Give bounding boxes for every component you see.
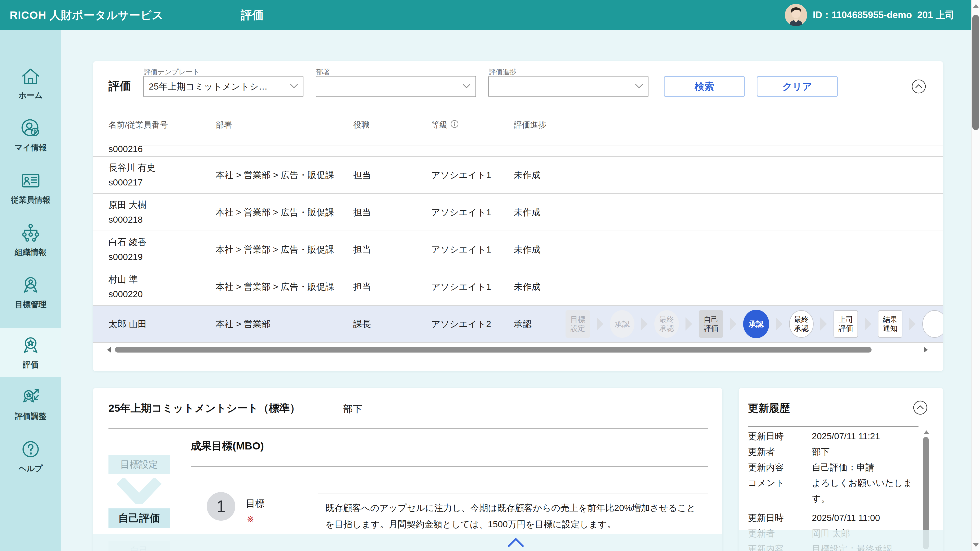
collapse-history-button[interactable]: [913, 400, 928, 415]
sidebar-item-help[interactable]: ヘルプ: [0, 434, 61, 479]
brand-logo[interactable]: RICOH 人財ポータルサービス: [10, 0, 164, 30]
home-icon: [20, 65, 41, 87]
table-horizontal-scrollbar[interactable]: [107, 346, 928, 353]
department-filter-select[interactable]: [316, 76, 476, 97]
history-label: 更新日時: [748, 510, 812, 526]
column-header-role: 役職: [353, 119, 369, 130]
sidebar-item-label: 評価調整: [15, 411, 46, 422]
history-label: 更新日時: [748, 428, 812, 444]
step-arrow-icon: [730, 318, 737, 330]
collapse-sheet-chevron-icon[interactable]: [507, 537, 525, 548]
search-button[interactable]: 検索: [664, 76, 745, 97]
page-scrollbar-thumb[interactable]: [972, 15, 979, 130]
history-value: 2025/07/11 11:00: [812, 510, 921, 526]
step-label: 通知: [883, 324, 897, 333]
scroll-left-icon[interactable]: [107, 347, 111, 353]
evaluation-list-card: 評価 評価テンプレート 25年上期コミットメントシ… 部署 評価進捗 検索 クリ…: [93, 61, 943, 371]
scroll-right-icon[interactable]: [924, 347, 928, 353]
table-row-selected[interactable]: 太郎 山田 本社 > 営業部 課長 アソシエイト2 承認 目標 設定 承認: [93, 306, 943, 343]
evaluation-progress: 未作成: [514, 157, 541, 193]
sidebar-item-evaluation-adjustment[interactable]: 評価調整: [0, 382, 61, 427]
scroll-up-icon[interactable]: [973, 4, 979, 8]
scroll-down-icon[interactable]: [973, 543, 979, 547]
history-row: コメント よろしくお願いいたします。: [748, 475, 923, 506]
history-bottom-fade: [739, 530, 943, 551]
step-label: 最終: [794, 315, 809, 324]
history-label: 更新内容: [748, 459, 812, 475]
phase-goal-setting: 目標設定: [108, 455, 170, 474]
template-filter-select[interactable]: 25年上期コミットメントシ…: [143, 76, 304, 97]
collapse-panel-button[interactable]: [912, 79, 926, 94]
update-history-card: 更新履歴 更新日時 2025/07/11 11:21 更新者 部下 更新内容 自…: [739, 388, 943, 551]
table-row[interactable]: s000216: [93, 145, 943, 157]
step-self-evaluation: 自己 評価: [699, 310, 723, 338]
employee-department: 本社 > 営業部 > 広告・販促課: [216, 268, 334, 305]
step-result-notification: 結果 通知: [878, 310, 902, 338]
sidebar-item-label: 従業員情報: [11, 195, 51, 205]
step-label: 設定: [570, 324, 585, 333]
sidebar-item-evaluation[interactable]: 評価: [0, 328, 61, 377]
step-label: 評価: [838, 324, 853, 333]
employee-grade: アソシエイト1: [431, 157, 491, 193]
sidebar-item-my-info[interactable]: マイ情報: [0, 113, 61, 158]
employee-department: 本社 > 営業部 > 広告・販促課: [216, 157, 334, 193]
history-row: 更新内容 自己評価：申請: [748, 459, 923, 475]
clear-button[interactable]: クリア: [757, 76, 838, 97]
sidebar-item-employee-info[interactable]: 従業員情報: [0, 165, 61, 210]
column-header-grade: 等級: [431, 119, 459, 130]
section-title: 評価: [108, 79, 131, 94]
sidebar-item-home[interactable]: ホーム: [0, 61, 61, 106]
sidebar-item-label: マイ情報: [14, 142, 46, 153]
employee-department: 本社 > 営業部 > 広告・販促課: [216, 231, 334, 268]
step-label: 最終: [659, 315, 674, 324]
sidebar-item-goal-management[interactable]: 目標管理: [0, 270, 61, 315]
table-row[interactable]: 長谷川 有史 s000217 本社 > 営業部 > 広告・販促課 担当 アソシエ…: [93, 157, 943, 194]
history-row: 更新日時 2025/07/11 11:21: [748, 428, 923, 444]
goal-medal-icon: [20, 275, 41, 297]
sidebar-item-label: 組織情報: [15, 247, 46, 258]
evaluation-progress: 未作成: [514, 231, 541, 268]
sidebar-item-label: ホーム: [19, 90, 43, 101]
step-label: 上司: [838, 315, 853, 324]
evaluation-progress: 未作成: [514, 268, 541, 305]
sheet-bottom-fade: [93, 534, 722, 551]
id-card-icon: [20, 170, 41, 192]
phase-arrow-down-icon: [117, 478, 162, 504]
step-arrow-icon: [820, 318, 827, 330]
avatar[interactable]: [785, 4, 807, 26]
app-window: RICOH 人財ポータルサービス 評価 ID：1104685955-demo_2…: [0, 0, 980, 551]
sidebar-item-label: 目標管理: [15, 299, 46, 310]
chevron-down-icon: [462, 83, 471, 90]
user-chip[interactable]: ID：1104685955-demo_201 上司: [785, 0, 955, 30]
history-value: 自己評価：申請: [812, 459, 921, 475]
step-label: 結果: [883, 315, 897, 324]
phase-self-evaluation: 自己評価: [108, 508, 170, 528]
employee-department: 本社 > 営業部 > 広告・販促課: [216, 194, 334, 230]
history-label: 更新者: [748, 444, 812, 459]
employee-number: s000218: [108, 212, 143, 227]
table-row[interactable]: 村山 準 s000220 本社 > 営業部 > 広告・販促課 担当 アソシエイト…: [93, 268, 943, 306]
step-arrow-icon: [865, 318, 871, 330]
history-entry-divider: [748, 508, 918, 508]
employee-role: 担当: [353, 157, 371, 193]
info-icon[interactable]: [450, 120, 459, 130]
step-arrow-icon: [686, 318, 692, 330]
progress-filter-select[interactable]: [488, 76, 649, 97]
mbo-section-heading: 成果目標(MBO): [191, 439, 264, 453]
step-label: 承認: [794, 324, 809, 333]
step-goal-setting: 目標 設定: [566, 310, 590, 338]
step-partial: [922, 310, 943, 338]
sidebar-item-org-info[interactable]: 組織情報: [0, 218, 61, 262]
scrollbar-thumb[interactable]: [115, 347, 872, 353]
progress-filter-label: 評価進捗: [489, 67, 516, 76]
column-header-progress: 評価進捗: [514, 119, 546, 130]
scroll-up-icon[interactable]: [924, 430, 929, 434]
column-header-grade-label: 等級: [431, 119, 448, 130]
table-row[interactable]: 原田 大樹 s000218 本社 > 営業部 > 広告・販促課 担当 アソシエイ…: [93, 194, 943, 231]
history-value: 部下: [812, 444, 921, 459]
user-id-label: ID：1104685955-demo_201 上司: [813, 9, 955, 21]
help-icon: [20, 439, 41, 461]
employee-name: 長谷川 有史: [108, 160, 156, 175]
table-row[interactable]: 白石 綾香 s000219 本社 > 営業部 > 広告・販促課 担当 アソシエイ…: [93, 231, 943, 268]
template-filter-label: 評価テンプレート: [144, 67, 200, 76]
